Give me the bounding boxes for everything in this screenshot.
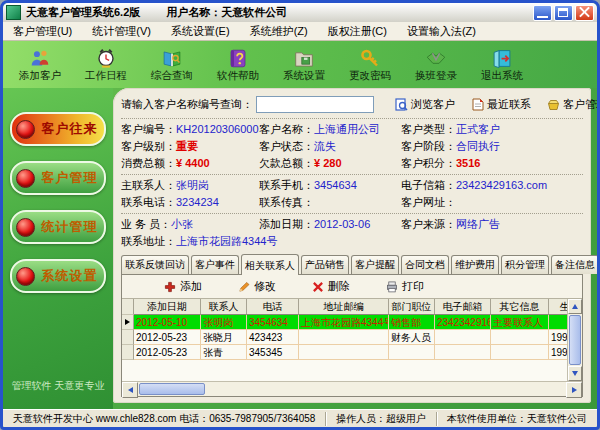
close-button[interactable] (575, 5, 594, 21)
sidebar-item-system-settings[interactable]: 系统设置 (10, 259, 106, 293)
help-icon (227, 48, 249, 69)
table-row[interactable]: 2012-05-23 张青 345345 1990-12-08 (122, 345, 567, 360)
col-other-info[interactable]: 其它信息 (491, 299, 549, 315)
scroll-up-icon[interactable] (568, 299, 582, 314)
tab-notes[interactable]: 备注信息 (551, 255, 599, 274)
cell-other-info[interactable] (491, 345, 549, 360)
col-contact[interactable]: 联系人 (201, 299, 247, 315)
cell-add-date[interactable]: 2012-05-23 (134, 330, 201, 345)
recent-contacts-button[interactable]: 最近联系 (471, 97, 531, 112)
field-customer-name: 客户名称：上海通用公司 (259, 122, 401, 137)
col-birthday[interactable]: 生日 (549, 299, 567, 315)
scroll-left-icon[interactable] (122, 382, 138, 398)
cell-email[interactable]: 23423429163.com (435, 315, 491, 330)
status-bar: 天意软件开发中心 www.chle828.com 电话：0635-7987905… (3, 409, 597, 427)
tab-customer-reminders[interactable]: 客户提醒 (351, 255, 399, 274)
add-plus-icon (164, 281, 176, 293)
cell-birthday[interactable]: 1992-08-08 (549, 330, 567, 345)
col-address[interactable]: 地址邮编 (299, 299, 389, 315)
cell-contact[interactable]: 张晓月 (201, 330, 247, 345)
row-selector-header (122, 299, 134, 315)
cell-add-date[interactable]: 2012-05-10 (134, 315, 201, 330)
table-row[interactable]: 2012-05-23 张晓月 423423 财务人员 1992-08-08 (122, 330, 567, 345)
toolbar-label: 添加客户 (19, 69, 61, 83)
minimize-button[interactable] (533, 5, 552, 21)
cell-department[interactable] (389, 345, 435, 360)
cell-email[interactable] (435, 330, 491, 345)
customer-search-input[interactable] (256, 96, 374, 113)
tab-product-sales[interactable]: 产品销售 (301, 255, 349, 274)
toolbar-add-customer[interactable]: 添加客户 (15, 48, 65, 83)
window-controls (533, 5, 594, 21)
cell-other-info[interactable] (491, 330, 549, 345)
toolbar-change-password[interactable]: 更改密码 (345, 48, 395, 83)
toolbar-work-schedule[interactable]: 工作日程 (81, 48, 131, 83)
field-email: 电子信箱：23423429163.com (401, 178, 583, 193)
edit-contact-button[interactable]: 修改 (238, 279, 276, 294)
cell-email[interactable] (435, 345, 491, 360)
tab-feedback-visits[interactable]: 联系反馈回访 (121, 255, 189, 274)
contact-actions: 添加 修改 删除 打印 (122, 275, 582, 298)
cell-phone[interactable]: 3454634 (247, 315, 299, 330)
cell-department[interactable]: 销售部 (389, 315, 435, 330)
toolbar-system-settings[interactable]: 系统设置 (279, 48, 329, 83)
horizontal-scroll-thumb[interactable] (139, 383, 205, 395)
cell-address[interactable] (299, 330, 389, 345)
cell-address[interactable] (299, 345, 389, 360)
sidebar-item-customer-contacts[interactable]: 客户往来 (10, 112, 106, 146)
customer-manage-button[interactable]: 客户管理 (547, 97, 600, 112)
col-email[interactable]: 电子邮箱 (435, 299, 491, 315)
tab-contract-docs[interactable]: 合同文档 (401, 255, 449, 274)
menu-system-settings[interactable]: 系统设置(E) (171, 24, 230, 39)
scroll-right-icon[interactable] (566, 382, 582, 398)
cell-other-info[interactable]: 主要联系人 (491, 315, 549, 330)
maximize-button[interactable] (554, 5, 573, 21)
field-label: 客户状态： (259, 140, 314, 152)
delete-contact-button[interactable]: 删除 (312, 279, 350, 294)
tab-customer-events[interactable]: 客户事件 (191, 255, 239, 274)
menu-system-maintenance[interactable]: 系统维护(Z) (250, 24, 308, 39)
vertical-scrollbar[interactable] (567, 299, 582, 381)
cell-birthday[interactable] (549, 315, 567, 330)
col-department[interactable]: 部门职位 (389, 299, 435, 315)
menu-stats-mgmt[interactable]: 统计管理(V) (92, 24, 151, 39)
cell-department[interactable]: 财务人员 (389, 330, 435, 345)
col-add-date[interactable]: 添加日期 (134, 299, 201, 315)
cell-address[interactable]: 上海市花园路4344号 (299, 315, 389, 330)
horizontal-scroll-track[interactable] (206, 382, 566, 396)
col-phone[interactable]: 电话 (247, 299, 299, 315)
customer-manage-icon (547, 98, 560, 111)
browse-customers-button[interactable]: 浏览客户 (395, 97, 455, 112)
horizontal-scrollbar[interactable] (122, 381, 582, 396)
cell-contact[interactable]: 张青 (201, 345, 247, 360)
menu-license[interactable]: 版权注册(C) (328, 24, 387, 39)
cell-birthday[interactable]: 1990-12-08 (549, 345, 567, 360)
menu-customer-mgmt[interactable]: 客户管理(U) (13, 24, 72, 39)
password-icon (359, 48, 381, 69)
scroll-down-icon[interactable] (568, 366, 582, 381)
toolbar-shift-login[interactable]: 换班登录 (411, 48, 461, 83)
cell-phone[interactable]: 345345 (247, 345, 299, 360)
sidebar-item-stats-mgmt[interactable]: 统计管理 (10, 210, 106, 244)
sidebar-item-customer-mgmt[interactable]: 客户管理 (10, 161, 106, 195)
cell-add-date[interactable]: 2012-05-23 (134, 345, 201, 360)
sidebar-item-label: 系统设置 (35, 267, 104, 285)
field-customer-status: 客户状态：流失 (259, 139, 401, 154)
tab-related-contacts[interactable]: 相关联系人 (241, 254, 299, 275)
toolbar-exit-system[interactable]: 退出系统 (477, 48, 527, 83)
add-contact-button[interactable]: 添加 (164, 279, 202, 294)
related-contacts-panel: 添加 修改 删除 打印 (121, 274, 583, 397)
sidebar-slogan: 管理软件 天意更专业 (3, 379, 113, 393)
menu-input-method[interactable]: 设置输入法(Z) (407, 24, 476, 39)
sidebar-item-label: 客户往来 (35, 120, 104, 138)
cell-phone[interactable]: 423423 (247, 330, 299, 345)
vertical-scroll-thumb[interactable] (569, 315, 581, 365)
toolbar-combined-query[interactable]: 综合查询 (147, 48, 197, 83)
table-row[interactable]: 2012-05-10 张明岗 3454634 上海市花园路4344号 销售部 2… (122, 315, 567, 330)
cell-contact[interactable]: 张明岗 (201, 315, 247, 330)
tab-maintenance-fees[interactable]: 维护费用 (451, 255, 499, 274)
tab-points-mgmt[interactable]: 积分管理 (501, 255, 549, 274)
print-button[interactable]: 打印 (386, 279, 424, 294)
field-value: 正式客户 (456, 123, 500, 135)
toolbar-software-help[interactable]: 软件帮助 (213, 48, 263, 83)
